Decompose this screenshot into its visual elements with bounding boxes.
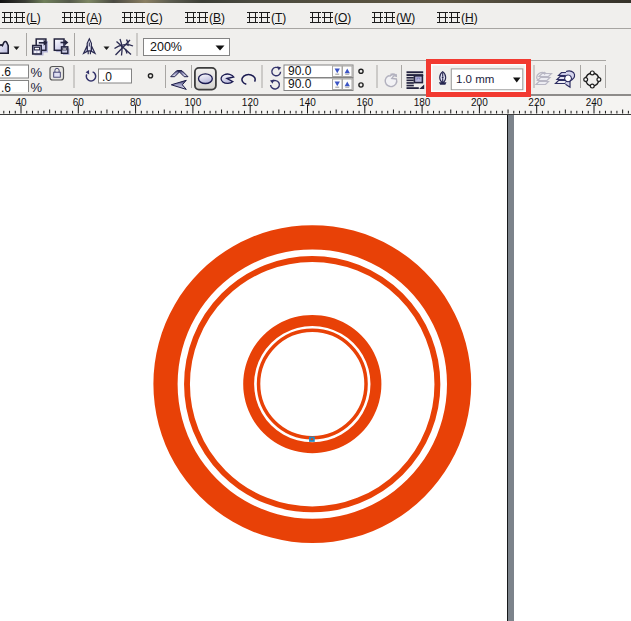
svg-text:%: % (31, 80, 43, 93)
svg-text:90.0: 90.0 (288, 64, 312, 78)
svg-text:90.0: 90.0 (288, 77, 312, 91)
svg-text:.6: .6 (1, 81, 11, 93)
svg-text:.0: .0 (102, 70, 112, 84)
svg-text:%: % (31, 65, 43, 80)
svg-text:.6: .6 (1, 65, 11, 79)
svg-text:200%: 200% (150, 40, 182, 54)
